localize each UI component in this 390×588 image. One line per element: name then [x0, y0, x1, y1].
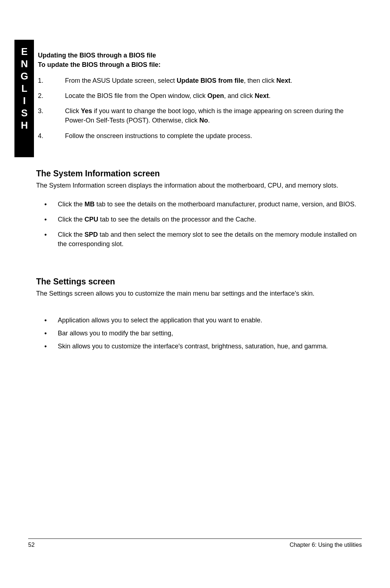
step-number: 4. — [38, 131, 43, 141]
sysinfo-intro: The System Information screen displays t… — [36, 181, 361, 190]
list-item: • Click the MB tab to see the details on… — [58, 199, 361, 209]
bios-title-2: To update the BIOS through a BIOS file: — [38, 60, 361, 69]
language-tab: ENGLISH — [14, 40, 34, 157]
item-text: Application allows you to select the app… — [58, 317, 262, 324]
page-footer: 52 Chapter 6: Using the utilities — [28, 538, 362, 548]
list-item: • Bar allows you to modify the bar setti… — [58, 329, 361, 338]
step-text: Follow the onscreen instructions to comp… — [65, 132, 252, 140]
bios-steps-list: 1. From the ASUS Update screen, select U… — [38, 76, 361, 140]
list-item: 3. Click Yes if you want to change the b… — [65, 106, 361, 125]
bios-title-1: Updating the BIOS through a BIOS file — [38, 51, 361, 60]
settings-section: The Settings screen The Settings screen … — [38, 277, 361, 351]
step-text: Locate the BIOS file from the Open windo… — [65, 92, 270, 99]
bullet-icon: • — [44, 230, 47, 239]
step-text: Click Yes if you want to change the boot… — [65, 107, 344, 124]
bullet-icon: • — [44, 215, 47, 224]
list-item: 4. Follow the onscreen instructions to c… — [65, 131, 361, 141]
item-text: Bar allows you to modify the bar setting… — [58, 330, 173, 337]
page-content: Updating the BIOS through a BIOS file To… — [38, 51, 361, 357]
list-item: • Skin allows you to customize the inter… — [58, 342, 361, 351]
list-item: • Application allows you to select the a… — [58, 316, 361, 325]
bullet-icon: • — [44, 342, 47, 351]
list-item: • Click the SPD tab and then select the … — [58, 230, 361, 249]
page-number: 52 — [28, 542, 35, 548]
language-tab-text: ENGLISH — [19, 40, 30, 132]
sysinfo-heading: The System Information screen — [36, 169, 361, 179]
item-text: Click the SPD tab and then select the me… — [58, 231, 356, 248]
step-number: 2. — [38, 91, 43, 100]
settings-list: • Application allows you to select the a… — [38, 316, 361, 351]
sysinfo-list: • Click the MB tab to see the details on… — [38, 199, 361, 249]
list-item: • Click the CPU tab to see the details o… — [58, 215, 361, 224]
settings-intro: The Settings screen allows you to custom… — [36, 289, 361, 298]
item-text: Click the MB tab to see the details on t… — [58, 201, 356, 208]
step-number: 3. — [38, 106, 43, 116]
bios-section: Updating the BIOS through a BIOS file To… — [38, 51, 361, 141]
sysinfo-section: The System Information screen The System… — [38, 169, 361, 249]
step-number: 1. — [38, 76, 43, 85]
settings-heading: The Settings screen — [36, 277, 361, 287]
item-text: Skin allows you to customize the interfa… — [58, 343, 328, 350]
bullet-icon: • — [44, 199, 47, 209]
chapter-label: Chapter 6: Using the utilities — [290, 542, 362, 548]
bullet-icon: • — [44, 316, 47, 325]
step-text: From the ASUS Update screen, select Upda… — [65, 77, 292, 84]
item-text: Click the CPU tab to see the details on … — [58, 216, 256, 223]
list-item: 2. Locate the BIOS file from the Open wi… — [65, 91, 361, 100]
list-item: 1. From the ASUS Update screen, select U… — [65, 76, 361, 85]
bullet-icon: • — [44, 329, 47, 338]
